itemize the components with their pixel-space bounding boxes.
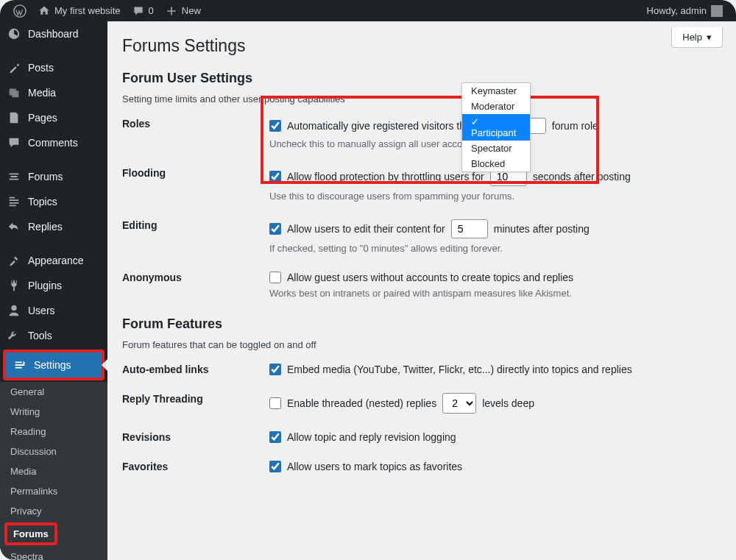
dd-item-participant[interactable]: ✓ Participant: [462, 114, 530, 141]
roles-label: Roles: [122, 118, 269, 130]
sidebar-item-comments[interactable]: Comments: [0, 130, 107, 155]
sub-item-media[interactable]: Media: [0, 461, 107, 481]
sidebar-label: Dashboard: [28, 28, 79, 40]
sub-item-forums[interactable]: Forums: [7, 525, 54, 542]
sidebar-item-settings[interactable]: Settings: [6, 352, 102, 378]
revisions-checkbox[interactable]: [269, 431, 281, 443]
revisions-label: Revisions: [122, 431, 269, 443]
roles-dropdown: Keymaster Moderator ✓ Participant Specta…: [461, 82, 531, 172]
new-link[interactable]: New: [160, 0, 207, 21]
editing-help: If checked, setting to "0 minutes" allow…: [269, 243, 721, 254]
sidebar-item-dashboard[interactable]: Dashboard: [0, 21, 107, 46]
admin-topbar: My first website 0 New Howdy, admin: [0, 0, 736, 21]
sidebar-item-appearance[interactable]: Appearance: [0, 248, 107, 273]
flooding-label: Flooding: [122, 167, 269, 179]
threading-label: Reply Threading: [122, 393, 269, 405]
anonymous-help: Works best on intranets or paired with a…: [269, 288, 721, 299]
sub-item-permalinks[interactable]: Permalinks: [0, 481, 107, 501]
sidebar-label: Topics: [28, 196, 57, 208]
page-title: Forums Settings: [122, 30, 721, 56]
autoembed-label: Auto-embed links: [122, 364, 269, 375]
sub-item-reading[interactable]: Reading: [0, 422, 107, 442]
svg-point-0: [14, 4, 26, 16]
sidebar-label: Posts: [28, 62, 54, 74]
check-icon: ✓: [471, 116, 479, 127]
dd-label: Participant: [471, 127, 516, 138]
editing-input[interactable]: [451, 219, 488, 238]
sidebar-item-media[interactable]: Media: [0, 80, 107, 105]
sidebar-item-posts[interactable]: Posts: [0, 55, 107, 80]
roles-text-after: forum role: [552, 120, 598, 132]
autoembed-text: Embed media (YouTube, Twitter, Flickr, e…: [287, 364, 632, 375]
dd-item-keymaster[interactable]: Keymaster: [462, 83, 530, 99]
roles-checkbox[interactable]: [269, 120, 281, 132]
favorites-checkbox[interactable]: [269, 461, 281, 472]
revisions-text: Allow topic and reply revision logging: [287, 431, 456, 443]
chevron-down-icon: ▾: [707, 32, 712, 43]
sidebar-item-tools[interactable]: Tools: [0, 323, 107, 348]
anonymous-label: Anonymous: [122, 272, 269, 283]
editing-checkbox[interactable]: [269, 223, 281, 235]
section-heading-features: Forum Features: [122, 316, 721, 332]
flooding-text-before: Allow flood protection by throttling use…: [287, 171, 484, 182]
anonymous-text: Allow guest users without accounts to cr…: [287, 272, 573, 283]
dd-item-blocked[interactable]: Blocked: [462, 156, 530, 171]
editing-text-after: minutes after posting: [494, 223, 590, 235]
comments-link[interactable]: 0: [127, 0, 160, 21]
editing-text-before: Allow users to edit their content for: [287, 223, 445, 235]
threading-checkbox[interactable]: [269, 397, 281, 409]
comments-count: 0: [149, 5, 154, 16]
settings-submenu: General Writing Reading Discussion Media…: [0, 382, 107, 560]
new-label: New: [182, 5, 201, 16]
sidebar-label: Tools: [28, 330, 52, 341]
sidebar-item-forums[interactable]: Forums: [0, 164, 107, 189]
threading-text-before: Enable threaded (nested) replies: [287, 397, 436, 409]
section-heading-user: Forum User Settings: [122, 71, 721, 86]
threading-select[interactable]: 2: [442, 393, 476, 414]
my-account[interactable]: Howdy, admin: [641, 0, 729, 21]
sub-item-spectra[interactable]: Spectra: [0, 547, 107, 560]
flooding-help: Use this to discourage users from spammi…: [269, 191, 721, 202]
sidebar-label: Plugins: [28, 280, 62, 291]
avatar: [711, 5, 723, 17]
sidebar-item-users[interactable]: Users: [0, 298, 107, 323]
sidebar-item-plugins[interactable]: Plugins: [0, 273, 107, 298]
howdy-text: Howdy, admin: [647, 5, 707, 16]
sub-item-discussion[interactable]: Discussion: [0, 442, 107, 461]
main-content: Help▾ Forums Settings Forum User Setting…: [107, 21, 736, 560]
sidebar-item-topics[interactable]: Topics: [0, 189, 107, 214]
sidebar-label: Forums: [28, 171, 63, 182]
threading-text-after: levels deep: [482, 397, 534, 409]
sidebar-item-replies[interactable]: Replies: [0, 214, 107, 239]
sidebar-label: Replies: [28, 221, 63, 233]
sidebar-label: Media: [28, 87, 56, 99]
help-label: Help: [682, 32, 702, 43]
flooding-text-after: seconds after posting: [533, 171, 631, 182]
help-button[interactable]: Help▾: [671, 27, 723, 48]
sidebar-item-pages[interactable]: Pages: [0, 105, 107, 130]
sub-item-writing[interactable]: Writing: [0, 402, 107, 422]
wp-logo[interactable]: [7, 0, 32, 21]
roles-text-before: Automatically give registered visitors t…: [287, 120, 471, 132]
section-desc-features: Forum features that can be toggled on an…: [122, 339, 721, 350]
sidebar-label: Appearance: [28, 255, 84, 266]
sidebar-label: Comments: [28, 137, 78, 149]
section-desc: Setting time limits and other user posti…: [122, 93, 721, 104]
sub-item-general[interactable]: General: [0, 382, 107, 402]
sidebar-label: Users: [28, 305, 55, 316]
dd-item-spectator[interactable]: Spectator: [462, 141, 530, 156]
sidebar-label: Pages: [28, 112, 57, 124]
site-name-link[interactable]: My first website: [32, 0, 127, 21]
sub-item-privacy[interactable]: Privacy: [0, 501, 107, 521]
favorites-text: Allow users to mark topics as favorites: [287, 461, 462, 472]
admin-sidebar: Dashboard Posts Media Pages Comments For…: [0, 21, 107, 560]
editing-label: Editing: [122, 219, 269, 231]
anonymous-checkbox[interactable]: [269, 272, 281, 283]
sidebar-label: Settings: [34, 359, 71, 371]
dd-item-moderator[interactable]: Moderator: [462, 99, 530, 114]
flooding-checkbox[interactable]: [269, 171, 281, 182]
autoembed-checkbox[interactable]: [269, 364, 281, 375]
site-name: My first website: [54, 5, 121, 16]
favorites-label: Favorites: [122, 461, 269, 472]
